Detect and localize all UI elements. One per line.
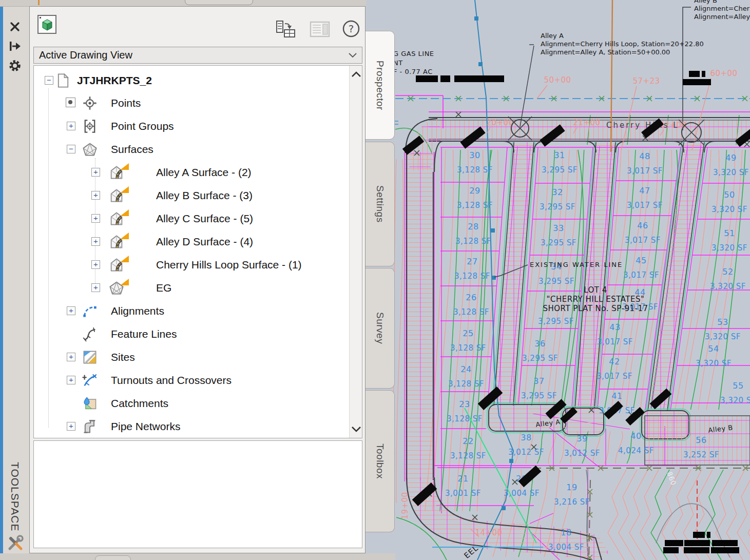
close-icon[interactable] — [6, 18, 24, 35]
lot-area-label: 3,128 SF — [447, 414, 483, 423]
lot-area-label: 3,216 SF — [554, 497, 590, 507]
tree-item-surfaces[interactable]: − Surfaces — [34, 138, 342, 161]
tree-expander-icon[interactable]: + — [91, 260, 100, 269]
solid-bar — [684, 540, 710, 546]
auto-hide-icon[interactable] — [6, 37, 24, 55]
feature-lines-icon — [82, 326, 98, 342]
lot-area-label: 3,295 SF — [522, 354, 558, 363]
station-label: 57+23 — [632, 76, 660, 86]
scroll-up-icon[interactable] — [350, 67, 362, 82]
lot-number-label: 33 — [553, 223, 564, 233]
alley-a-callout: Alignment=Alley A, Station=50+00.00 — [541, 48, 670, 56]
toolspace-title-bar: TOOLSPACE — [0, 6, 29, 553]
lot-area-label: 3,001 SF — [445, 489, 481, 498]
water-line-node — [509, 459, 513, 463]
lot-number-label: 22 — [463, 436, 473, 446]
solid-bar — [702, 71, 705, 77]
preview-toggle-icon[interactable] — [310, 20, 331, 41]
alley-a-callout: Alley A — [541, 32, 564, 40]
surfaces-icon — [109, 280, 124, 296]
tree-expander-icon[interactable]: + — [91, 214, 100, 223]
tree-expander-icon[interactable]: − — [45, 76, 53, 85]
lot-number-label: 52 — [722, 267, 733, 277]
drawing-cube-icon[interactable] — [37, 15, 57, 34]
tree-item-alley-a-surface-2[interactable]: + Alley A Surface - (2) — [34, 161, 342, 184]
water-line-note: EXISTING WATER LINE — [530, 261, 623, 268]
lot-number-label: 46 — [637, 221, 648, 230]
tree-item-alley-b-surface-3[interactable]: + Alley B Surface - (3) — [34, 184, 342, 207]
solid-bar — [663, 547, 679, 553]
tree-expander-icon[interactable]: − — [67, 145, 75, 153]
toolspace-palette: ? Active Drawing View − JTJHRKPTS_2 Poin… — [29, 6, 366, 553]
lot-number-label: 38 — [521, 433, 531, 442]
tab-survey[interactable]: Survey — [366, 268, 395, 389]
lot-number-label: 50 — [724, 190, 735, 200]
tree-item-label: Pipe Networks — [111, 420, 180, 433]
tree-item-feature-lines[interactable]: Feature Lines — [34, 323, 342, 345]
tree-item-points[interactable]: Points — [34, 92, 342, 114]
drawing-sliver — [38, 0, 40, 5]
scroll-down-icon[interactable] — [350, 421, 362, 437]
tree-item-eg[interactable]: + EG — [34, 277, 342, 299]
tab-prospector[interactable]: Prospector — [366, 31, 395, 140]
lot-area-label: 3,128 SF — [454, 272, 490, 281]
tab-prospector-label: Prospector — [374, 61, 386, 110]
tree-expander-icon[interactable]: + — [67, 122, 75, 130]
tree-item-label: Turnouts and Crossovers — [111, 374, 232, 387]
lot-number-label: 28 — [468, 222, 478, 231]
tree-item-jtjhrkpts-2[interactable]: − JTJHRKPTS_2 — [34, 69, 342, 92]
tree-expander-icon[interactable]: + — [91, 283, 100, 292]
view-selector-value: Active Drawing View — [39, 49, 349, 61]
tree-item-cherry-hills-loop-surface-1[interactable]: + Cherry Hills Loop Surface - (1) — [34, 254, 342, 276]
tree-item-alley-c-surface-5[interactable]: + Alley C Surface - (5) — [34, 207, 342, 230]
item-list-view[interactable] — [33, 440, 362, 548]
tree-expander-icon[interactable]: + — [91, 237, 100, 246]
prospector-tree[interactable]: − JTJHRKPTS_2 Points + Point Groups − Su… — [33, 65, 362, 438]
tab-toolbox[interactable]: Toolbox — [366, 390, 395, 532]
item-view-orientation-icon[interactable] — [276, 20, 296, 41]
alley-a-callout: Alignment=Cherry Hills Loop, Station=20+… — [541, 40, 704, 48]
tree-expander-icon[interactable]: + — [67, 353, 75, 361]
tab-settings[interactable]: Settings — [366, 142, 395, 266]
tree-expander-icon[interactable]: + — [67, 306, 75, 315]
tree-item-label: Point Groups — [111, 120, 174, 132]
lot-number-label: 23 — [459, 399, 470, 409]
tree-item-label: Alignments — [111, 305, 164, 317]
tree-item-point-groups[interactable]: + Point Groups — [34, 115, 342, 138]
tree-expander-icon[interactable]: + — [91, 168, 100, 177]
tree-item-label: Points — [111, 97, 141, 109]
tree-item-sites[interactable]: + Sites — [34, 346, 342, 369]
lot-number-label: 29 — [469, 186, 480, 196]
tree-state-icon[interactable] — [66, 98, 75, 107]
station-label: 50+00 — [544, 75, 571, 85]
tree-item-alley-d-surface-4[interactable]: + Alley D Surface - (4) — [34, 230, 342, 253]
lot-area-label: 3,017 SF — [627, 201, 663, 210]
water-line-node — [502, 506, 506, 510]
properties-gear-icon[interactable] — [6, 57, 24, 74]
tree-scrollbar[interactable] — [349, 66, 362, 438]
lot-area-label: 3,017 SF — [597, 337, 633, 346]
tree-expander-icon[interactable]: + — [67, 376, 75, 384]
lot-number-label: 36 — [534, 339, 545, 349]
alley-b-callout: Alignment=Alley B — [694, 13, 750, 21]
view-selector-dropdown[interactable]: Active Drawing View — [33, 47, 362, 64]
solid-bar — [711, 547, 739, 553]
lot-area-label: 3,017 SF — [623, 271, 659, 280]
gas-line-callout: F - 0.77 AC — [393, 68, 433, 75]
lot-area-label: 3,017 SF — [627, 166, 663, 176]
station-label: 21+00 — [573, 118, 600, 127]
gas-line-callout: G GAS LINE — [393, 50, 434, 57]
water-line-node — [492, 276, 496, 280]
tree-item-label: Cherry Hills Loop Surface - (1) — [156, 259, 302, 271]
help-icon[interactable]: ? — [341, 19, 361, 41]
tree-item-catchments[interactable]: Catchments — [34, 392, 342, 415]
tree-item-alignments[interactable]: + Alignments — [34, 300, 342, 322]
tree-item-label: Alley B Surface - (3) — [156, 189, 253, 202]
tree-expander-icon[interactable]: + — [67, 422, 75, 431]
tree-item-turnouts-and-crossovers[interactable]: + Turnouts and Crossovers — [34, 369, 342, 392]
solid-bar — [707, 532, 710, 538]
lot-area-label: 3,128 SF — [455, 237, 491, 246]
tree-item-pipe-networks[interactable]: + Pipe Networks — [34, 415, 342, 438]
tree-expander-icon[interactable]: + — [91, 191, 100, 200]
lot-area-label: 3,128 SF — [457, 165, 493, 175]
